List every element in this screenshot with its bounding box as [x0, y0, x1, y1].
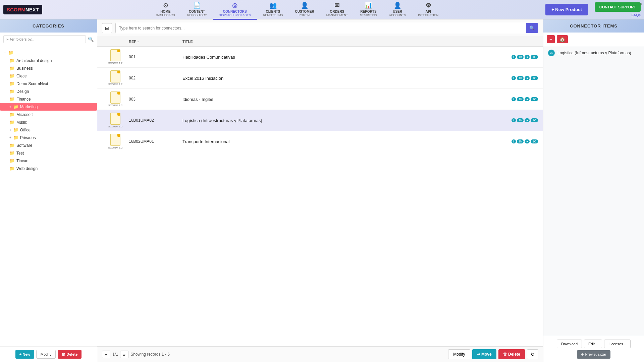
table-row[interactable]: SCORM 1.2 16B02UMA01 Transporte Internac…: [97, 131, 543, 152]
center-toolbar: ⊞ 🔍: [97, 19, 543, 37]
tag-dot: ●: [525, 55, 530, 59]
table-row[interactable]: SCORM 1.2 002 Excel 2016 Iniciación ℹ 1h…: [97, 68, 543, 89]
row-title: Habilidades Comunicativas: [182, 55, 512, 60]
search-button[interactable]: 🔍: [526, 23, 538, 33]
pagination: « 1/1 » Showing records 1 - 5: [102, 351, 170, 358]
sidebar-new-button[interactable]: + New: [15, 350, 34, 359]
tree-item-label: Music: [16, 120, 27, 125]
grid-view-button[interactable]: ⊞: [102, 23, 112, 33]
close-button[interactable]: ×: [640, 1, 643, 7]
scorm-badge: SCORM 1.2: [102, 92, 129, 107]
tree-item-label: Privados: [20, 135, 36, 140]
download-button[interactable]: Download: [557, 340, 582, 348]
row-ref: 001: [129, 55, 182, 59]
tree-item-marketing[interactable]: + 📁 Marketing: [0, 103, 97, 111]
licenses-button[interactable]: Licenses...: [604, 340, 631, 348]
nav-reports[interactable]: 📊 REPORTS STATISTICS: [354, 0, 383, 20]
tree-item-office[interactable]: + 📁 Office: [0, 126, 97, 134]
nav-orders[interactable]: ✉ ORDERS MANAGEMENT: [320, 0, 354, 20]
tag-dot: ●: [525, 97, 530, 101]
minus-button[interactable]: −: [547, 35, 555, 43]
row-title: Idiomas - Inglés: [182, 97, 512, 102]
scorm-badge: SCORM 1.2: [102, 49, 129, 65]
right-panel-footer: Download Edit... Licenses... ⊙ Previsual…: [543, 336, 644, 362]
logo: SCORM NEXT: [3, 5, 42, 14]
tree-item-music[interactable]: 📁 Music: [0, 118, 97, 126]
tree-item-demo[interactable]: 📁 Demo ScormNext: [0, 80, 97, 87]
nav-customer[interactable]: 👤 CUSTOMER PORTAL: [289, 0, 320, 20]
nav-home[interactable]: ⊙ HOME DASHBOARD: [150, 0, 181, 20]
tree-item-microsoft[interactable]: 📁 Microsoft: [0, 111, 97, 118]
scorm-icon: [110, 70, 120, 82]
right-panel-item[interactable]: ⊙ Logística (Infraestructuras y Platafor…: [543, 46, 644, 60]
folder-icon: 📁: [9, 166, 15, 171]
scorm-icon: [110, 113, 120, 125]
right-panel-header: CONNECTOR ITEMS: [543, 19, 644, 33]
modify-button[interactable]: Modify: [448, 349, 470, 359]
tree-item-privados[interactable]: + 📁 Privados: [0, 134, 97, 141]
api-icon: ⚙: [426, 2, 431, 9]
row-info-icons: ℹ 1h ● 1C: [512, 97, 538, 101]
tree-item-clece[interactable]: 📁 Clece: [0, 72, 97, 80]
tree-item-business[interactable]: 📁 Business: [0, 64, 97, 72]
new-product-button[interactable]: + New Product: [545, 4, 588, 15]
top-nav: × SCORM NEXT ⊙ HOME DASHBOARD 📄 CONTENT …: [0, 0, 644, 19]
home-button[interactable]: 🏠: [557, 35, 568, 43]
table-row[interactable]: SCORM 1.2 003 Idiomas - Inglés ℹ 1h ● 1C: [97, 89, 543, 110]
logo-scorm: SCORM: [7, 7, 25, 12]
next-page-button[interactable]: »: [120, 351, 128, 358]
folder-icon: 📁: [9, 89, 15, 94]
scorm-badge: SCORM 1.2: [102, 113, 129, 128]
nav-api[interactable]: ⚙ API INTEGRATION: [412, 0, 444, 20]
tree-item-software[interactable]: 📁 Software: [0, 141, 97, 149]
refresh-button[interactable]: ↻: [527, 349, 538, 359]
col-title: TITLE: [182, 40, 512, 44]
delete-button[interactable]: 🗑 Delete: [498, 349, 525, 359]
contact-support-button[interactable]: CONTACT SUPPORT: [595, 2, 641, 12]
tree-item-architectural[interactable]: 📁 Architectural design: [0, 57, 97, 64]
folder-icon: 📁: [9, 66, 15, 71]
move-button[interactable]: ➔ Move: [472, 349, 496, 359]
folder-icon: 📁: [9, 158, 15, 163]
tag-1h: 1h: [517, 139, 524, 143]
first-page-button[interactable]: «: [102, 351, 110, 358]
sidebar-modify-button[interactable]: Modify: [36, 350, 56, 359]
nav-content[interactable]: 📄 CONTENT REPOSITORY: [181, 0, 213, 20]
tree-item-design[interactable]: 📁 Design: [0, 87, 97, 95]
edit-button[interactable]: Edit...: [584, 340, 602, 348]
faqs-link[interactable]: FAQs: [631, 13, 641, 17]
table-header: REF ↑ TITLE: [97, 37, 543, 47]
tree-item-label: Clece: [16, 74, 27, 78]
tag-1h: 1h: [517, 118, 524, 122]
tag-1c: 1C: [531, 76, 538, 80]
table-row-selected[interactable]: SCORM 1.2 16B01UMA02 Logística (Infraest…: [97, 110, 543, 131]
tree-item-test[interactable]: 📁 Test: [0, 149, 97, 157]
sidebar-delete-button[interactable]: 🗑 Delete: [58, 350, 82, 359]
col-ref[interactable]: REF ↑: [129, 40, 182, 44]
preview-button[interactable]: ⊙ Previsualizar: [577, 350, 610, 359]
tree-item-finance[interactable]: 📁 Finance: [0, 95, 97, 103]
folder-icon: 📁: [9, 120, 15, 125]
sidebar-search-icon[interactable]: 🔍: [88, 37, 94, 42]
folder-icon: 📁: [13, 104, 18, 109]
table-row[interactable]: SCORM 1.2 001 Habilidades Comunicativas …: [97, 47, 543, 68]
nav-connectors[interactable]: ◎ CONNECTORS DISPATCH PACKAGES: [213, 0, 257, 20]
folder-icon: 📁: [9, 143, 15, 148]
tree-item-label: Tincan: [16, 159, 29, 163]
search-input[interactable]: [116, 23, 526, 33]
tree-item-label: Marketing: [20, 105, 38, 109]
connectors-icon: ◎: [232, 2, 237, 9]
tree-item-tincan[interactable]: 📁 Tincan: [0, 157, 97, 165]
info-tag: ℹ: [512, 55, 516, 59]
row-ref: 16B02UMA01: [129, 139, 182, 144]
tag-1c: 1C: [531, 97, 538, 101]
tag-1c: 1C: [531, 118, 538, 122]
nav-user[interactable]: 👤 USER ACCOUNTS: [383, 0, 412, 20]
info-tag: ℹ: [512, 76, 516, 80]
tree-item-webdesign[interactable]: 📁 Web design: [0, 165, 97, 172]
tree-item-root[interactable]: − 📁: [0, 49, 97, 57]
sidebar-filter-input[interactable]: [3, 35, 86, 43]
nav-clients[interactable]: 👥 CLIENTS REMOTE LMS: [257, 0, 289, 20]
tag-dot: ●: [525, 139, 530, 143]
showing-records: Showing records 1 - 5: [130, 352, 170, 357]
